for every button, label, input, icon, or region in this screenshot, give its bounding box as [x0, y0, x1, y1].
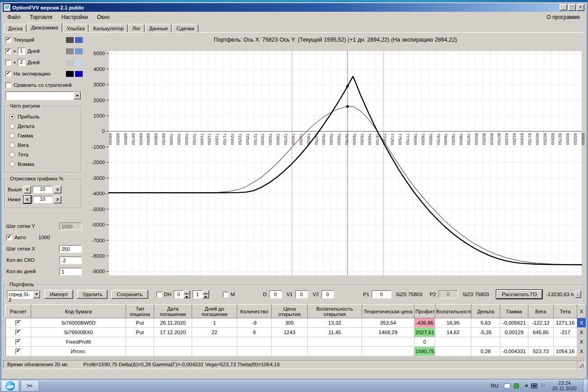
legend-checkbox-0[interactable]: [5, 37, 11, 43]
language-indicator[interactable]: RU: [489, 383, 500, 388]
resize-grip[interactable]: [577, 360, 585, 369]
col-header-12[interactable]: Гамма: [500, 305, 528, 318]
menu-item-3[interactable]: Окно: [93, 13, 114, 21]
d-field[interactable]: 0: [269, 290, 282, 298]
menu-item-2[interactable]: Настройки: [57, 13, 93, 21]
strategy-dropdown[interactable]: [5, 91, 81, 100]
pct-increase-button-0[interactable]: >: [54, 186, 61, 194]
col-header-9[interactable]: Профит: [414, 305, 435, 318]
maximize-button[interactable]: □: [568, 4, 576, 11]
row-delete-button-0[interactable]: X: [577, 318, 586, 328]
tab-3[interactable]: Калькулятор: [89, 24, 127, 33]
col-header-1[interactable]: Код бумаги: [31, 305, 126, 318]
radio-3[interactable]: [9, 142, 15, 148]
p1-field[interactable]: 0: [372, 290, 391, 298]
spin-up-icon[interactable]: [202, 290, 209, 294]
row-checkbox-3[interactable]: [15, 349, 21, 354]
compare-checkbox[interactable]: [5, 82, 11, 88]
row-delete-button-2[interactable]: X: [577, 337, 586, 347]
close-button[interactable]: ×: [577, 4, 584, 11]
pct-value-1[interactable]: 10: [33, 196, 52, 203]
row-checkbox-1[interactable]: [15, 330, 21, 335]
col-header-2[interactable]: Тип опциона: [126, 305, 154, 318]
pct-increase-button-1[interactable]: >: [54, 196, 61, 203]
taskbar-snipping-button[interactable]: ✂: [21, 380, 39, 392]
col-header-4[interactable]: Дней до погашения: [192, 305, 237, 318]
grid-step-y-input[interactable]: 1000: [59, 222, 82, 230]
col-header-11[interactable]: Дельта: [471, 305, 500, 318]
tab-1[interactable]: Диаграмма: [27, 23, 62, 33]
p2-field[interactable]: 0: [438, 290, 458, 298]
delete-button[interactable]: Удалить: [77, 290, 108, 299]
v1-field[interactable]: 0: [295, 290, 308, 298]
radio-1[interactable]: [9, 123, 15, 129]
dh-checkbox[interactable]: [156, 292, 162, 298]
dh-spinner-2[interactable]: 1: [193, 290, 209, 298]
cell-calc[interactable]: [6, 328, 31, 337]
col-header-5[interactable]: Количество: [237, 305, 272, 318]
taskbar-clock[interactable]: 23:24 25.11.2020: [550, 380, 579, 392]
col-header-13[interactable]: Вега: [528, 305, 554, 318]
pct-decrease-button-0[interactable]: <: [24, 186, 31, 194]
tab-5[interactable]: Данные: [145, 24, 172, 33]
col-header-8[interactable]: Теоретическая цена: [362, 305, 414, 318]
radio-2[interactable]: [9, 133, 15, 138]
days-count-input[interactable]: 1: [59, 268, 82, 275]
tab-6[interactable]: Сделки: [172, 24, 198, 33]
preset-dropdown[interactable]: спред SI-2: [7, 290, 41, 299]
show-desktop-button[interactable]: [583, 379, 587, 392]
row-checkbox-2[interactable]: [15, 339, 21, 345]
grid-step-x-input[interactable]: 250: [59, 245, 82, 253]
radio-0[interactable]: [9, 114, 15, 119]
save-button[interactable]: Сохранить: [111, 290, 148, 299]
legend-checkbox-1[interactable]: [5, 48, 11, 54]
import-button[interactable]: Импорт: [44, 290, 73, 299]
m-checkbox[interactable]: [223, 292, 229, 298]
legend-days-input-1[interactable]: 1: [18, 47, 25, 55]
col-header-6[interactable]: Цена открытия: [272, 305, 308, 318]
menu-item-1[interactable]: Торговля: [25, 13, 57, 21]
v2-field[interactable]: 0: [321, 290, 334, 298]
action-center-flag-icon[interactable]: ⚐: [541, 383, 546, 388]
volume-icon[interactable]: [522, 384, 527, 387]
radio-5[interactable]: [9, 161, 15, 167]
col-header-10[interactable]: Волатильность: [435, 305, 471, 318]
pct-value-0[interactable]: 10: [33, 186, 52, 193]
pct-decrease-button-1[interactable]: <: [24, 196, 31, 203]
tray-app-icon[interactable]: [514, 383, 519, 388]
row-checkbox-0[interactable]: [15, 320, 21, 326]
collapse-button[interactable]: _: [575, 291, 581, 298]
cell-calc[interactable]: [6, 337, 31, 347]
dropdown-arrow-icon[interactable]: [74, 92, 81, 99]
menu-about[interactable]: О программе: [541, 13, 585, 21]
cell-calc[interactable]: [6, 318, 31, 328]
radio-4[interactable]: [9, 152, 15, 157]
calc-go-button[interactable]: Рассчитать ГО: [496, 290, 542, 299]
spin-up-icon[interactable]: [183, 290, 190, 294]
dh-spinner-1[interactable]: 0: [174, 290, 190, 298]
cell-calc[interactable]: [6, 347, 31, 356]
tab-2[interactable]: Улыбка: [63, 24, 89, 33]
minimize-button[interactable]: _: [560, 4, 567, 11]
col-header-0[interactable]: Расчет: [6, 305, 31, 318]
preset-dropdown-arrow-icon[interactable]: [33, 291, 40, 298]
taskbar-edge-button[interactable]: [1, 380, 19, 392]
row-delete-button-3[interactable]: X: [577, 347, 586, 356]
input-indicator-icon[interactable]: [504, 383, 510, 388]
menu-item-0[interactable]: Файл: [3, 13, 25, 21]
spin-down-icon[interactable]: [202, 294, 209, 298]
sko-count-input[interactable]: -2: [59, 256, 82, 264]
auto-checkbox[interactable]: [6, 235, 12, 241]
display-icon[interactable]: [531, 383, 537, 388]
row-delete-button-1[interactable]: X: [577, 328, 586, 337]
col-header-15[interactable]: X: [577, 305, 586, 318]
legend-days-input-2[interactable]: 2: [18, 59, 25, 66]
col-header-3[interactable]: Дата погашения: [154, 305, 192, 318]
legend-checkbox-3[interactable]: [5, 71, 11, 77]
spin-down-icon[interactable]: [183, 294, 190, 298]
legend-checkbox-2[interactable]: [5, 60, 11, 66]
col-header-14[interactable]: Тета: [554, 305, 577, 318]
col-header-7[interactable]: Волатильность открытия: [308, 305, 362, 318]
tab-4[interactable]: Лог: [128, 24, 145, 33]
tab-0[interactable]: Доска: [4, 24, 27, 33]
